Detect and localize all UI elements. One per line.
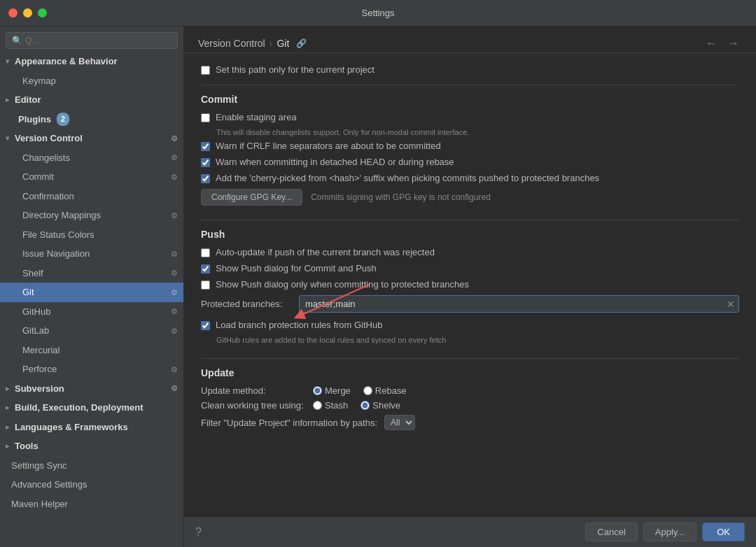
show-push-protected-row: Show Push dialog only when committing to…	[201, 279, 739, 290]
show-push-protected-label: Show Push dialog only when committing to…	[216, 279, 469, 290]
maximize-button[interactable]	[38, 8, 47, 17]
sidebar-item-version-control[interactable]: ▾ Version Control ⚙	[0, 129, 183, 148]
protected-branches-label: Protected branches:	[201, 299, 292, 309]
sidebar-item-file-status-colors[interactable]: File Status Colors	[0, 225, 183, 245]
settings-icon: ⚙	[171, 287, 178, 299]
sidebar-item-label: GitLab	[22, 324, 49, 338]
stash-label: Stash	[325, 400, 348, 411]
clear-icon[interactable]: ✕	[727, 299, 735, 310]
breadcrumb-icon: 🔗	[296, 38, 307, 48]
load-branch-rules-label: Load branch protection rules from GitHub	[216, 320, 382, 330]
sidebar-item-settings-sync[interactable]: Settings Sync	[0, 456, 183, 476]
sidebar-item-label: Build, Execution, Deployment	[15, 401, 143, 415]
protected-branches-input[interactable]	[299, 295, 739, 313]
clean-tree-label: Clean working tree using:	[201, 400, 306, 411]
merge-radio[interactable]	[313, 386, 322, 395]
sidebar-item-directory-mappings[interactable]: Directory Mappings ⚙	[0, 206, 183, 225]
sidebar-item-gitlab[interactable]: GitLab ⚙	[0, 321, 183, 341]
sidebar-item-plugins[interactable]: Plugins 2	[0, 110, 183, 129]
content-area: Version Control › Git 🔗 ← → Set this pat…	[184, 27, 756, 547]
staging-checkbox[interactable]	[201, 113, 210, 122]
sidebar-item-appearance[interactable]: ▾ Appearance & Behavior	[0, 52, 183, 71]
load-branch-rules-checkbox[interactable]	[201, 321, 210, 330]
cherry-pick-checkbox[interactable]	[201, 174, 210, 183]
sidebar-item-label: Confirmation	[22, 190, 74, 204]
load-branch-rules-row: Load branch protection rules from GitHub	[201, 320, 739, 330]
load-branch-rules-hint: GitHub rules are added to the local rule…	[216, 336, 739, 344]
settings-icon: ⚙	[171, 248, 178, 260]
nav-forward-arrow[interactable]: →	[725, 36, 742, 51]
search-input[interactable]	[25, 36, 172, 45]
path-checkbox[interactable]	[201, 66, 210, 75]
sidebar-item-commit[interactable]: Commit ⚙	[0, 167, 183, 187]
sidebar-item-perforce[interactable]: Perforce ⚙	[0, 360, 183, 379]
warn-crlf-label: Warn if CRLF line separators are about t…	[216, 141, 441, 151]
merge-option[interactable]: Merge	[313, 385, 351, 396]
sidebar-item-changelists[interactable]: Changelists ⚙	[0, 148, 183, 168]
breadcrumb-part-2: Git	[276, 38, 289, 49]
close-button[interactable]	[8, 8, 18, 17]
update-method-row: Update method: Merge Rebase	[201, 385, 739, 396]
configure-gpg-button[interactable]: Configure GPG Key...	[201, 189, 302, 206]
sidebar-item-label: Tools	[15, 439, 38, 453]
sidebar-item-tools[interactable]: ▸ Tools	[0, 436, 183, 456]
warn-detached-row: Warn when committing in detached HEAD or…	[201, 157, 739, 167]
chevron-right-icon: ▸	[6, 383, 9, 394]
filter-select[interactable]: All	[384, 415, 415, 430]
sidebar-item-git[interactable]: Git ⚙	[0, 283, 183, 302]
chevron-right-icon: ▸	[6, 402, 9, 413]
sidebar-item-maven-helper[interactable]: Maven Helper	[0, 495, 183, 514]
stash-option[interactable]: Stash	[313, 400, 348, 411]
nav-arrows: ← →	[703, 36, 742, 51]
sidebar-item-issue-navigation[interactable]: Issue Navigation ⚙	[0, 244, 183, 264]
show-push-protected-checkbox[interactable]	[201, 280, 210, 290]
commit-section: Commit Enable staging area This will dis…	[201, 94, 739, 206]
sidebar-item-subversion[interactable]: ▸ Subversion ⚙	[0, 379, 183, 399]
breadcrumb-separator: ›	[270, 38, 273, 49]
sidebar-item-label: Languages & Frameworks	[15, 420, 128, 434]
staging-row: Enable staging area	[201, 112, 739, 122]
auto-update-checkbox[interactable]	[201, 248, 210, 257]
sidebar-item-build[interactable]: ▸ Build, Execution, Deployment	[0, 398, 183, 418]
clean-tree-row: Clean working tree using: Stash Shelve	[201, 400, 739, 411]
shelve-radio[interactable]	[360, 401, 370, 410]
sidebar-item-label: Version Control	[15, 132, 83, 145]
minimize-button[interactable]	[23, 8, 32, 17]
cancel-button[interactable]: Cancel	[585, 523, 637, 541]
warn-crlf-checkbox[interactable]	[201, 142, 210, 151]
footer: ? Cancel Apply... OK	[184, 516, 756, 547]
stash-radio[interactable]	[313, 401, 322, 410]
show-push-dialog-checkbox[interactable]	[201, 264, 210, 274]
filter-label: Filter "Update Project" information by p…	[201, 418, 377, 428]
settings-icon: ⚙	[171, 152, 178, 164]
sidebar-item-label: Settings Sync	[11, 459, 67, 473]
warn-detached-checkbox[interactable]	[201, 158, 210, 167]
cherry-pick-row: Add the 'cherry-picked from <hash>' suff…	[201, 173, 739, 183]
settings-icon: ⚙	[171, 383, 178, 395]
sidebar-item-advanced-settings[interactable]: Advanced Settings	[0, 475, 183, 495]
sidebar-item-label: Mercurial	[22, 343, 59, 357]
nav-back-arrow[interactable]: ←	[703, 36, 720, 51]
sidebar-item-shelf[interactable]: Shelf ⚙	[0, 264, 183, 283]
footer-buttons: Cancel Apply... OK	[585, 523, 745, 541]
rebase-option[interactable]: Rebase	[363, 385, 407, 396]
sidebar-item-languages[interactable]: ▸ Languages & Frameworks	[0, 418, 183, 437]
cherry-pick-label: Add the 'cherry-picked from <hash>' suff…	[216, 173, 599, 183]
gpg-row: Configure GPG Key... Commits signing wit…	[201, 189, 739, 206]
warn-crlf-row: Warn if CRLF line separators are about t…	[201, 141, 739, 151]
settings-icon: ⚙	[171, 267, 178, 279]
help-icon[interactable]: ?	[195, 526, 202, 539]
sidebar-item-keymap[interactable]: Keymap	[0, 71, 183, 91]
sidebar-item-editor[interactable]: ▸ Editor	[0, 90, 183, 110]
search-box[interactable]: 🔍	[6, 32, 178, 49]
sidebar-item-confirmation[interactable]: Confirmation	[0, 187, 183, 206]
sidebar-item-label: Keymap	[22, 74, 56, 88]
ok-button[interactable]: OK	[702, 523, 745, 541]
shelve-option[interactable]: Shelve	[360, 400, 400, 411]
apply-button[interactable]: Apply...	[643, 523, 696, 541]
sidebar-item-github[interactable]: GitHub ⚙	[0, 302, 183, 322]
content-header: Version Control › Git 🔗 ← →	[184, 27, 756, 53]
sidebar-item-mercurial[interactable]: Mercurial	[0, 341, 183, 360]
settings-icon: ⚙	[171, 325, 178, 337]
rebase-radio[interactable]	[363, 386, 372, 395]
